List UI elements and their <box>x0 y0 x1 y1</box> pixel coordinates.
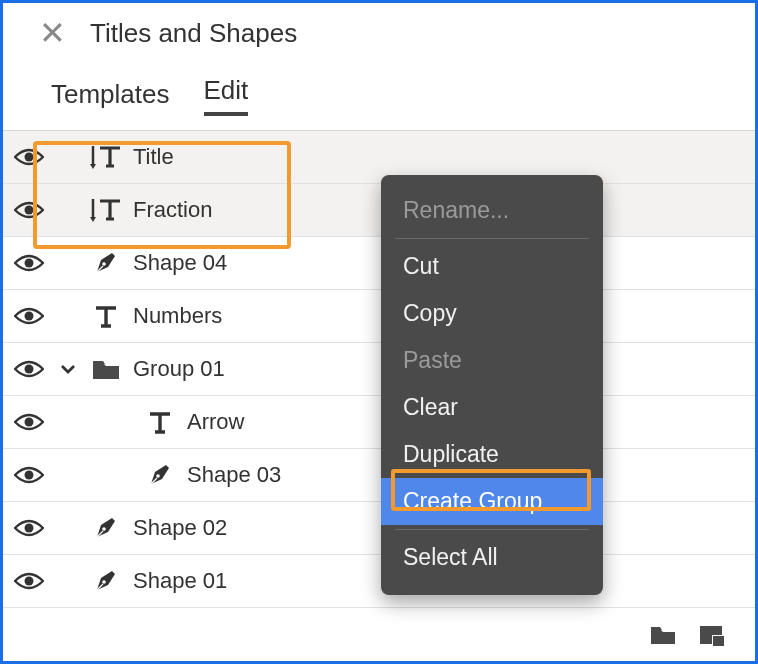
layer-label: Shape 04 <box>131 250 227 276</box>
panel-header: ✕ Titles and Shapes <box>3 3 755 57</box>
layer-label: Fraction <box>131 197 212 223</box>
ctx-duplicate[interactable]: Duplicate <box>381 431 603 478</box>
layer-row-shape03[interactable]: Shape 03 <box>3 449 755 502</box>
svg-rect-15 <box>713 636 724 646</box>
ctx-separator <box>395 238 589 239</box>
layer-label: Arrow <box>185 409 244 435</box>
visibility-icon[interactable] <box>3 412 55 432</box>
svg-point-5 <box>25 365 34 374</box>
tab-edit[interactable]: Edit <box>204 75 249 116</box>
layer-row-group01[interactable]: Group 01 <box>3 343 755 396</box>
svg-point-7 <box>25 471 34 480</box>
layer-row-shape04[interactable]: Shape 04 <box>3 237 755 290</box>
ctx-rename: Rename... <box>381 187 603 234</box>
new-folder-icon[interactable] <box>649 624 677 646</box>
layer-row-shape01[interactable]: Shape 01 <box>3 555 755 608</box>
folder-icon <box>81 357 131 381</box>
layer-row-shape02[interactable]: Shape 02 <box>3 502 755 555</box>
svg-point-12 <box>102 580 106 584</box>
svg-point-8 <box>156 474 160 478</box>
close-icon[interactable]: ✕ <box>39 17 66 49</box>
layer-label: Shape 03 <box>185 462 281 488</box>
ctx-cut[interactable]: Cut <box>381 243 603 290</box>
layer-row-arrow[interactable]: Arrow <box>3 396 755 449</box>
context-menu: Rename... Cut Copy Paste Clear Duplicate… <box>381 175 603 595</box>
svg-point-11 <box>25 577 34 586</box>
svg-point-6 <box>25 418 34 427</box>
new-item-icon[interactable] <box>699 623 725 647</box>
layer-row-title[interactable]: Title <box>3 131 755 184</box>
ctx-paste: Paste <box>381 337 603 384</box>
svg-point-2 <box>25 259 34 268</box>
svg-point-3 <box>102 262 106 266</box>
visibility-icon[interactable] <box>3 147 55 167</box>
roll-text-icon <box>81 195 131 225</box>
layer-label: Numbers <box>131 303 222 329</box>
svg-point-0 <box>25 153 34 162</box>
layer-list: Title Fraction <box>3 130 755 608</box>
layer-label: Group 01 <box>131 356 225 382</box>
ctx-create-group[interactable]: Create Group <box>381 478 603 525</box>
panel-title: Titles and Shapes <box>90 18 297 49</box>
visibility-icon[interactable] <box>3 359 55 379</box>
layer-label: Title <box>131 144 174 170</box>
visibility-icon[interactable] <box>3 306 55 326</box>
visibility-icon[interactable] <box>3 253 55 273</box>
chevron-down-icon[interactable] <box>55 360 81 378</box>
text-icon <box>135 408 185 436</box>
tab-templates[interactable]: Templates <box>51 79 170 116</box>
ctx-separator <box>395 529 589 530</box>
layer-row-fraction[interactable]: Fraction <box>3 184 755 237</box>
pen-icon <box>135 460 185 490</box>
text-icon <box>81 302 131 330</box>
ctx-clear[interactable]: Clear <box>381 384 603 431</box>
layer-label: Shape 01 <box>131 568 227 594</box>
svg-point-10 <box>102 527 106 531</box>
visibility-icon[interactable] <box>3 465 55 485</box>
pen-icon <box>81 513 131 543</box>
pen-icon <box>81 566 131 596</box>
svg-point-4 <box>25 312 34 321</box>
layer-row-numbers[interactable]: Numbers <box>3 290 755 343</box>
pen-icon <box>81 248 131 278</box>
visibility-icon[interactable] <box>3 518 55 538</box>
layer-label: Shape 02 <box>131 515 227 541</box>
footer-icons <box>649 623 725 647</box>
visibility-icon[interactable] <box>3 200 55 220</box>
svg-point-1 <box>25 206 34 215</box>
roll-text-icon <box>81 142 131 172</box>
tabbar: Templates Edit <box>3 57 755 116</box>
visibility-icon[interactable] <box>3 571 55 591</box>
ctx-select-all[interactable]: Select All <box>381 534 603 581</box>
ctx-copy[interactable]: Copy <box>381 290 603 337</box>
titles-and-shapes-panel: ✕ Titles and Shapes Templates Edit Title <box>0 0 758 664</box>
svg-point-9 <box>25 524 34 533</box>
